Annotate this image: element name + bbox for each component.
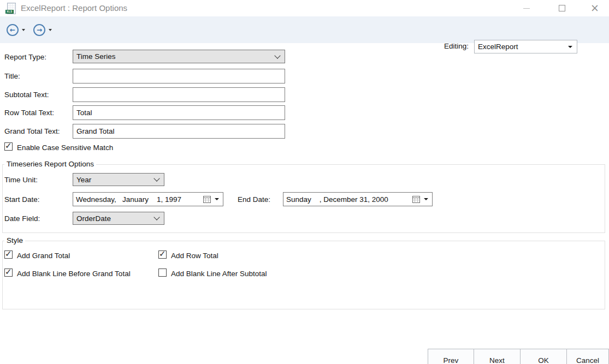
navigation-toolbar: ← → Editing: ExcelReport <box>0 16 609 43</box>
maximize-button[interactable] <box>552 0 572 16</box>
timeseries-group-title: Timeseries Report Options <box>4 160 96 168</box>
date-field-dropdown[interactable]: OrderDate <box>73 212 164 225</box>
xls-badge: XLS <box>5 10 14 14</box>
minimize-button[interactable] <box>517 0 536 16</box>
add-row-total-checkbox[interactable]: ✓ <box>158 250 167 259</box>
checkmark-icon: ✓ <box>5 141 12 151</box>
back-button[interactable]: ← <box>7 24 19 36</box>
style-group-title: Style <box>4 236 25 244</box>
close-icon: × <box>590 3 599 13</box>
forward-dropdown-caret-icon[interactable] <box>49 29 52 31</box>
ok-button[interactable]: OK <box>520 349 567 364</box>
end-date-picker[interactable]: Sunday , December 31, 2000 <box>283 192 433 206</box>
dropdown-arrow-icon <box>424 198 428 200</box>
add-blank-line-before-grand-total-checkbox[interactable]: ✓ <box>4 268 13 277</box>
next-button[interactable]: Next <box>474 349 521 364</box>
back-arrow-icon: ← <box>10 26 15 34</box>
row-total-text-label: Row Total Text: <box>4 109 54 117</box>
end-date-label: End Date: <box>238 195 270 204</box>
back-dropdown-caret-icon[interactable] <box>22 29 25 31</box>
date-field-label: Date Field: <box>4 214 40 223</box>
editing-label: Editing: <box>444 42 469 50</box>
add-grand-total-label: Add Grand Total <box>17 252 70 260</box>
close-button[interactable]: × <box>585 0 605 16</box>
subtotal-text-label: Subtotal Text: <box>4 91 49 99</box>
grand-total-text-input[interactable] <box>73 124 285 139</box>
report-options-window: XLS ExcelReport : Report Options × ← → E… <box>0 0 609 364</box>
time-unit-dropdown[interactable]: Year <box>73 173 164 186</box>
start-date-picker[interactable]: Wednesday, January 1, 1997 <box>73 192 223 206</box>
add-grand-total-checkbox[interactable]: ✓ <box>4 250 13 259</box>
add-blank-line-before-grand-total-label: Add Blank Line Before Grand Total <box>17 270 131 278</box>
start-date-label: Start Date: <box>4 195 40 204</box>
checkmark-icon: ✓ <box>5 249 12 259</box>
prev-button[interactable]: Prev <box>428 349 474 364</box>
chevron-down-icon <box>274 52 280 58</box>
window-title: ExcelReport : Report Options <box>21 3 127 13</box>
time-unit-value: Year <box>76 176 91 184</box>
report-type-dropdown[interactable]: Time Series <box>73 50 285 63</box>
calendar-icon <box>412 196 420 203</box>
add-blank-line-after-subtotal-label: Add Blank Line After Subtotal <box>171 270 267 278</box>
dropdown-arrow-icon <box>568 46 572 48</box>
dropdown-arrow-icon <box>215 198 219 200</box>
title-label: Title: <box>4 72 20 80</box>
end-date-value: Sunday , December 31, 2000 <box>286 195 388 204</box>
row-total-text-input[interactable] <box>73 105 285 120</box>
add-blank-line-after-subtotal-checkbox[interactable]: ✓ <box>158 268 167 277</box>
subtotal-text-input[interactable] <box>73 87 285 102</box>
title-input[interactable] <box>73 69 285 83</box>
checkmark-icon: ✓ <box>159 249 166 259</box>
start-date-value: Wednesday, January 1, 1997 <box>76 195 181 204</box>
case-sensitive-label: Enable Case Sensitive Match <box>17 144 113 152</box>
chevron-down-icon <box>153 214 159 220</box>
grand-total-text-label: Grand Total Text: <box>4 127 60 135</box>
time-unit-label: Time Unit: <box>4 176 38 184</box>
report-type-value: Time Series <box>76 52 116 61</box>
checkmark-icon: ✓ <box>5 267 12 277</box>
maximize-icon <box>559 5 565 11</box>
minimize-icon <box>523 8 530 9</box>
excel-document-icon: XLS <box>7 3 16 14</box>
forward-button[interactable]: → <box>33 24 45 36</box>
forward-arrow-icon: → <box>37 26 42 34</box>
editing-combobox-value: ExcelReport <box>478 43 518 51</box>
cancel-button[interactable]: Cancel <box>566 349 609 364</box>
editing-combobox[interactable]: ExcelReport <box>474 40 577 53</box>
case-sensitive-checkbox[interactable]: ✓ <box>4 142 13 151</box>
titlebar: XLS ExcelReport : Report Options × <box>0 0 609 16</box>
chevron-down-icon <box>153 175 159 181</box>
add-row-total-label: Add Row Total <box>171 252 218 260</box>
report-type-label: Report Type: <box>4 53 46 61</box>
calendar-icon <box>203 196 211 203</box>
date-field-value: OrderDate <box>76 214 111 223</box>
